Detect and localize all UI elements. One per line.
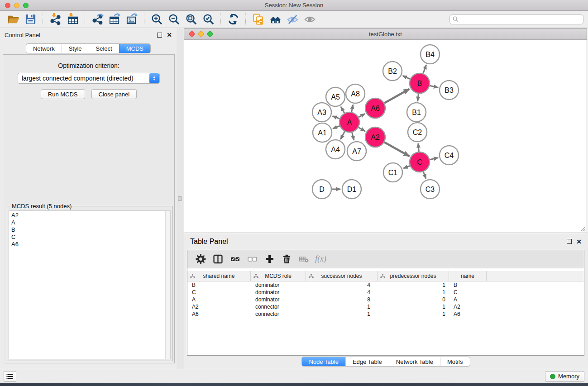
table-row[interactable]: A6connector11A6 [187, 310, 584, 318]
zoom-window-button[interactable] [23, 3, 29, 8]
node-A8[interactable]: A8 [346, 84, 365, 103]
edge-A2-C[interactable] [384, 142, 409, 156]
node-A1[interactable]: A1 [313, 123, 332, 142]
show-column-panel-icon[interactable] [210, 252, 225, 267]
result-item[interactable]: A [11, 219, 170, 226]
function-builder-icon[interactable]: f(x) [315, 254, 326, 264]
zoom-out-icon[interactable] [167, 12, 181, 27]
edge-C-C4[interactable] [430, 158, 438, 160]
edge-A-A3[interactable] [333, 116, 340, 119]
node-A4[interactable]: A4 [326, 140, 345, 159]
close-table-panel-icon[interactable]: ✕ [576, 238, 582, 245]
edge-C-C3[interactable] [423, 172, 426, 178]
column-header-mcds-role[interactable]: MCDS role [251, 271, 306, 281]
result-item[interactable]: C [11, 234, 170, 241]
node-B[interactable]: B [410, 73, 430, 93]
node-C4[interactable]: C4 [440, 146, 459, 165]
node-C3[interactable]: C3 [421, 180, 440, 199]
column-header-shared-name[interactable]: shared name [187, 271, 251, 281]
tab-select[interactable]: Select [89, 44, 119, 53]
node-A6[interactable]: A6 [365, 98, 385, 118]
export-image-icon[interactable] [124, 12, 139, 27]
tab-style[interactable]: Style [62, 44, 89, 53]
window-resize-grip[interactable] [580, 226, 586, 232]
create-column-plus-icon[interactable] [262, 252, 277, 267]
edge-A-A4[interactable] [340, 131, 344, 139]
node-B3[interactable]: B3 [440, 81, 459, 100]
node-B2[interactable]: B2 [383, 62, 402, 81]
edge-C-C2[interactable] [418, 143, 419, 152]
table-row[interactable]: A2connector11A2 [187, 303, 584, 310]
edge-A-A7[interactable] [352, 132, 354, 140]
float-table-panel-icon[interactable] [567, 239, 572, 244]
tab-network-table[interactable]: Network Table [389, 357, 440, 366]
table-row[interactable]: Cdominator41C [187, 289, 584, 296]
float-panel-icon[interactable] [157, 33, 162, 38]
close-panel-button[interactable]: Close panel [91, 89, 137, 99]
task-history-button[interactable] [4, 371, 16, 382]
delete-column-trash-icon[interactable] [279, 252, 294, 267]
new-network-from-selection-icon[interactable] [251, 12, 265, 27]
result-item[interactable]: A6 [11, 241, 170, 248]
unselect-all-columns-icon[interactable] [244, 252, 260, 267]
edge-A-A5[interactable] [341, 107, 344, 113]
open-session-icon[interactable] [6, 12, 20, 27]
zoom-fit-icon[interactable] [184, 12, 198, 27]
search-input[interactable] [460, 16, 580, 23]
panel-splitter[interactable] [177, 28, 184, 369]
hide-selected-eye-icon[interactable] [285, 12, 300, 27]
node-C[interactable]: C [410, 152, 430, 172]
close-panel-icon[interactable]: ✕ [167, 32, 172, 38]
node-A7[interactable]: A7 [347, 142, 366, 161]
result-list-scrollbar[interactable] [165, 211, 170, 359]
edge-A6-B[interactable] [384, 89, 409, 103]
edge-A-A2[interactable] [359, 128, 365, 131]
table-row[interactable]: Adominator80A [187, 296, 584, 303]
edge-B-B4[interactable] [423, 65, 426, 74]
edge-A-A1[interactable] [333, 126, 339, 129]
node-A[interactable]: A [339, 112, 359, 132]
tab-mcds[interactable]: MCDS [119, 44, 150, 53]
show-all-eye-icon[interactable] [302, 12, 317, 27]
tab-edge-table[interactable]: Edge Table [345, 357, 389, 366]
node-C1[interactable]: C1 [383, 163, 402, 182]
zoom-selected-icon[interactable] [201, 12, 215, 27]
edge-A-A8[interactable] [352, 105, 353, 112]
node-A2[interactable]: A2 [365, 127, 385, 147]
splitter-handle[interactable] [178, 196, 182, 201]
delete-table-icon[interactable] [296, 252, 311, 267]
table-settings-gear-icon[interactable] [193, 252, 208, 267]
tab-motifs[interactable]: Motifs [440, 357, 470, 366]
search-field[interactable] [449, 14, 583, 24]
edge-B-B1[interactable] [418, 94, 419, 101]
node-B1[interactable]: B1 [407, 103, 426, 122]
save-session-icon[interactable] [23, 12, 38, 27]
first-neighbors-icon[interactable] [268, 12, 282, 27]
criterion-dropdown[interactable]: largest connected component (directed) ▲… [18, 73, 160, 84]
table-row[interactable]: Bdominator41B [187, 281, 584, 289]
import-table-icon[interactable] [65, 12, 80, 27]
export-network-icon[interactable] [90, 12, 105, 27]
close-window-button[interactable] [5, 3, 10, 8]
node-A3[interactable]: A3 [312, 103, 331, 122]
column-header-predecessor-nodes[interactable]: predecessor nodes [378, 271, 449, 281]
result-item[interactable]: B [11, 226, 170, 234]
edge-B-B2[interactable] [403, 76, 410, 79]
node-D[interactable]: D [312, 180, 331, 199]
node-A5[interactable]: A5 [326, 87, 345, 106]
edge-A-A6[interactable] [359, 114, 365, 117]
export-table-icon[interactable] [107, 12, 122, 27]
minimize-window-button[interactable] [14, 3, 19, 8]
zoom-in-icon[interactable] [149, 12, 164, 27]
tab-network[interactable]: Network [26, 44, 62, 53]
edge-C-C1[interactable] [403, 166, 410, 168]
network-minimize-button[interactable] [198, 31, 204, 37]
refresh-icon[interactable] [226, 12, 240, 27]
result-item[interactable]: A2 [11, 212, 170, 219]
node-C2[interactable]: C2 [408, 123, 427, 142]
import-network-icon[interactable] [48, 12, 62, 27]
run-mcds-button[interactable]: Run MCDS [41, 89, 85, 99]
tab-node-table[interactable]: Node Table [302, 357, 345, 366]
node-D1[interactable]: D1 [342, 180, 361, 199]
column-header-name[interactable]: name [449, 271, 487, 281]
